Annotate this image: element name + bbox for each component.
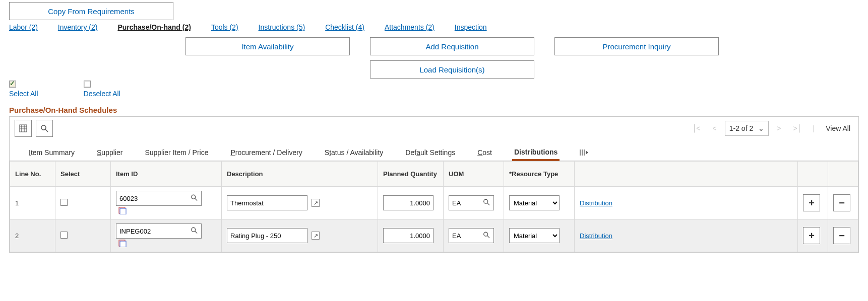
col-item-id[interactable]: Item ID — [111, 162, 222, 187]
viewtab-supplier[interactable]: Supplier — [95, 144, 125, 161]
viewtab-status-availability[interactable]: Status / Availability — [323, 144, 385, 161]
col-line-no[interactable]: Line No. — [10, 162, 55, 187]
tab-inventory[interactable]: Inventory (2) — [58, 23, 98, 31]
svg-rect-5 — [120, 208, 126, 214]
item-id-lookup-icon[interactable] — [191, 194, 198, 203]
item-id-input[interactable] — [116, 223, 202, 239]
copy-from-requirements-button[interactable]: Copy From Requirements — [9, 2, 173, 20]
resource-type-select[interactable]: Material — [509, 195, 560, 210]
viewtab-default-settings[interactable]: Default Settings — [403, 144, 457, 161]
distribution-link[interactable]: Distribution — [580, 232, 612, 240]
nav-last-icon[interactable]: >⎮ — [789, 124, 804, 132]
col-add — [798, 162, 828, 187]
view-all-link[interactable]: View All — [823, 124, 853, 132]
svg-line-7 — [487, 203, 489, 205]
deselect-all-link[interactable]: Deselect All — [84, 90, 120, 98]
viewtab-item-summary[interactable]: Item Summary — [27, 144, 77, 161]
table-row: 1 ↗ — [10, 187, 858, 219]
col-distribution — [575, 162, 798, 187]
select-all-link[interactable]: Select All — [9, 90, 38, 98]
related-actions-icon[interactable] — [118, 206, 127, 215]
cell-line-no: 1 — [10, 187, 55, 219]
svg-point-6 — [484, 199, 488, 203]
tab-instructions[interactable]: Instructions (5) — [259, 23, 305, 31]
col-description[interactable]: Description — [222, 162, 378, 187]
grid-find-button[interactable] — [36, 120, 53, 137]
grid-personalize-button[interactable] — [15, 120, 32, 137]
distribution-link[interactable]: Distribution — [580, 199, 612, 207]
delete-row-button[interactable]: − — [833, 227, 850, 244]
chevron-down-icon: ⌄ — [758, 124, 764, 132]
procurement-inquiry-button[interactable]: Procurement Inquiry — [554, 37, 719, 55]
description-input[interactable] — [227, 195, 307, 210]
col-uom[interactable]: UOM — [444, 162, 504, 187]
expand-description-icon[interactable]: ↗ — [312, 232, 320, 240]
viewtab-procurement-delivery[interactable]: Procurement / Delivery — [228, 144, 304, 161]
tab-labor[interactable]: Labor (2) — [9, 23, 38, 31]
tab-tools[interactable]: Tools (2) — [211, 23, 238, 31]
svg-line-13 — [487, 236, 489, 238]
item-id-lookup-icon[interactable] — [191, 227, 198, 236]
planned-qty-input[interactable] — [383, 228, 433, 243]
table-row: 2 ↗ — [10, 219, 858, 252]
uom-lookup-icon[interactable] — [483, 199, 490, 207]
svg-line-9 — [195, 231, 197, 233]
row-select-checkbox[interactable] — [60, 232, 68, 239]
add-row-button[interactable]: + — [803, 194, 820, 211]
related-actions-icon[interactable] — [118, 239, 127, 248]
uom-lookup-icon[interactable] — [483, 232, 490, 240]
svg-line-1 — [45, 129, 48, 132]
row-range-selector[interactable]: 1-2 of 2 ⌄ — [725, 121, 769, 136]
item-availability-button[interactable]: Item Availability — [185, 37, 350, 55]
tab-inspection[interactable]: Inspection — [455, 23, 487, 31]
description-input[interactable] — [227, 228, 307, 243]
tab-attachments[interactable]: Attachments (2) — [385, 23, 435, 31]
deselect-all-checkbox[interactable] — [84, 81, 91, 88]
grid-icon — [19, 124, 27, 132]
cell-line-no: 2 — [10, 219, 55, 252]
row-select-checkbox[interactable] — [60, 199, 68, 206]
magnifier-icon — [40, 124, 48, 132]
planned-qty-input[interactable] — [383, 195, 433, 210]
load-requisitions-button[interactable]: Load Requisition(s) — [370, 60, 534, 79]
nav-prev-icon[interactable]: < — [709, 124, 721, 132]
svg-point-12 — [484, 232, 488, 236]
separator: | — [809, 124, 819, 132]
svg-point-2 — [192, 195, 196, 199]
item-id-input[interactable] — [116, 191, 202, 206]
section-title: Purchase/On-Hand Schedules — [9, 106, 859, 114]
viewtab-cost[interactable]: Cost — [475, 144, 494, 161]
col-delete — [828, 162, 858, 187]
resource-type-select[interactable]: Material — [509, 228, 560, 243]
show-all-columns-icon[interactable] — [578, 146, 591, 161]
tab-purchase-on-hand[interactable]: Purchase/On-hand (2) — [117, 23, 191, 31]
svg-point-0 — [41, 125, 46, 130]
svg-rect-11 — [120, 241, 126, 247]
nav-next-icon[interactable]: > — [773, 124, 785, 132]
col-select[interactable]: Select — [55, 162, 111, 187]
svg-point-8 — [192, 228, 196, 232]
col-resource-type[interactable]: *Resource Type — [504, 162, 575, 187]
nav-first-icon[interactable]: ⎮< — [689, 124, 704, 132]
select-all-checkbox[interactable] — [9, 81, 16, 88]
svg-line-3 — [195, 198, 197, 200]
delete-row-button[interactable]: − — [833, 194, 850, 211]
col-planned-qty[interactable]: Planned Quantity — [378, 162, 444, 187]
add-row-button[interactable]: + — [803, 227, 820, 244]
row-range-label: 1-2 of 2 — [729, 124, 753, 132]
tab-checklist[interactable]: Checklist (4) — [325, 23, 364, 31]
viewtab-distributions[interactable]: Distributions — [512, 144, 560, 161]
viewtab-supplier-item-price[interactable]: Supplier Item / Price — [143, 144, 210, 161]
add-requisition-button[interactable]: Add Requisition — [370, 37, 534, 55]
expand-description-icon[interactable]: ↗ — [312, 199, 320, 207]
